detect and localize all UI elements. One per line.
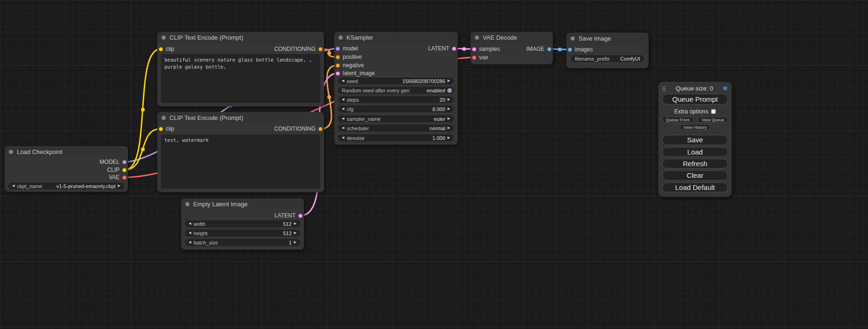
widget-value: 512 xyxy=(283,221,291,227)
settings-gear-icon[interactable]: ✱ xyxy=(723,85,728,91)
save-image-title-bar[interactable]: Save Image xyxy=(566,33,649,44)
clip-positive-title-bar[interactable]: CLIP Text Encode (Prompt) xyxy=(157,32,324,43)
width-widget[interactable]: ◀ width 512 ▶ xyxy=(185,220,300,227)
port-label: model xyxy=(343,45,358,52)
queue-front-view-queue-row: Queue Front View Queue xyxy=(662,117,728,123)
seed-widget[interactable]: ◀ seed 156680208700286 ▶ xyxy=(338,77,454,84)
arrow-right-icon[interactable]: ▶ xyxy=(118,184,120,188)
node-collapse-dot-icon[interactable] xyxy=(339,35,343,40)
clip-input-port[interactable] xyxy=(159,127,163,131)
clip-input-port[interactable] xyxy=(159,47,163,51)
load-checkpoint-title-bar[interactable]: Load Checkpoint xyxy=(5,146,128,157)
node-collapse-dot-icon[interactable] xyxy=(571,36,575,41)
input-row-samples: samples xyxy=(472,45,500,53)
ckpt-name-widget[interactable]: ◀ ckpt_name v1-5-pruned-emaonly.ckpt ▶ xyxy=(8,182,124,189)
extra-options-checkbox[interactable] xyxy=(711,109,716,114)
clip-output-port[interactable] xyxy=(122,168,127,172)
graph-canvas[interactable]: Load Checkpoint MODEL CLIP VAE ◀ ckpt_na… xyxy=(0,0,868,329)
image-output-port[interactable] xyxy=(547,47,551,51)
arrow-left-icon[interactable]: ◀ xyxy=(342,79,344,83)
negative-prompt-textarea[interactable]: text, watermark xyxy=(161,134,320,189)
load-button[interactable]: Load xyxy=(662,147,728,157)
images-input-port[interactable] xyxy=(568,48,572,52)
height-widget[interactable]: ◀ height 512 ▶ xyxy=(185,230,300,237)
latent-output-port[interactable] xyxy=(452,47,456,51)
queue-size-label: Queue size: 0 xyxy=(676,85,713,92)
node-collapse-dot-icon[interactable] xyxy=(9,150,13,154)
samples-input-port[interactable] xyxy=(472,47,476,51)
arrow-right-icon[interactable]: ▶ xyxy=(448,117,450,120)
widget-label: ckpt_name xyxy=(17,183,54,189)
model-input-port[interactable] xyxy=(336,47,340,51)
arrow-right-icon[interactable]: ▶ xyxy=(294,241,296,244)
model-output-port[interactable] xyxy=(122,160,127,164)
node-collapse-dot-icon[interactable] xyxy=(162,116,166,120)
widget-label: steps xyxy=(346,97,437,103)
steps-widget[interactable]: ◀ steps 20 ▶ xyxy=(338,96,454,103)
conditioning-output-port[interactable] xyxy=(318,47,323,51)
drag-handle-icon[interactable] xyxy=(662,86,666,91)
arrow-right-icon[interactable]: ▶ xyxy=(448,98,450,101)
random-seed-toggle-widget[interactable]: Random seed after every gen enabled xyxy=(338,87,454,94)
input-row-model: model xyxy=(336,45,358,52)
load-default-button[interactable]: Load Default xyxy=(662,182,728,192)
empty-latent-title-bar[interactable]: Empty Latent Image xyxy=(181,198,304,210)
arrow-right-icon[interactable]: ▶ xyxy=(448,79,450,83)
arrow-right-icon[interactable]: ▶ xyxy=(294,222,296,225)
queue-front-button[interactable]: Queue Front xyxy=(662,117,693,123)
negative-input-port[interactable] xyxy=(336,63,340,68)
node-title: Save Image xyxy=(579,35,611,42)
batch-size-widget[interactable]: ◀ batch_size 1 ▶ xyxy=(185,239,300,246)
clear-button[interactable]: Clear xyxy=(662,170,728,180)
ksampler-title-bar[interactable]: KSampler xyxy=(334,32,458,43)
arrow-left-icon[interactable]: ◀ xyxy=(342,98,344,101)
view-history-button[interactable]: View History xyxy=(680,124,711,130)
arrow-left-icon[interactable]: ◀ xyxy=(189,241,191,244)
queue-prompt-button[interactable]: Queue Prompt xyxy=(662,94,728,104)
view-queue-button[interactable]: View Queue xyxy=(698,117,728,123)
vae-decode-title-bar[interactable]: VAE Decode xyxy=(471,32,553,43)
queue-panel: Queue size: 0 ✱ Queue Prompt Extra optio… xyxy=(658,82,732,197)
conditioning-output-port[interactable] xyxy=(318,127,323,131)
scheduler-widget[interactable]: ◀ scheduler normal ▶ xyxy=(338,125,454,132)
clip-negative-title-bar[interactable]: CLIP Text Encode (Prompt) xyxy=(157,112,324,123)
save-button[interactable]: Save xyxy=(662,135,728,145)
refresh-button[interactable]: Refresh xyxy=(662,159,728,168)
arrow-right-icon[interactable]: ▶ xyxy=(448,107,450,111)
arrow-right-icon[interactable]: ▶ xyxy=(448,126,450,130)
node-collapse-dot-icon[interactable] xyxy=(185,202,190,206)
node-title: KSampler xyxy=(346,34,373,41)
arrow-left-icon[interactable]: ◀ xyxy=(12,184,14,188)
filename-prefix-widget[interactable]: filename_prefix ComfyUI xyxy=(571,55,644,62)
latent-image-input-port[interactable] xyxy=(336,71,340,76)
wire-midpoint-dot xyxy=(141,147,145,151)
vae-output-port[interactable] xyxy=(122,175,127,180)
arrow-left-icon[interactable]: ◀ xyxy=(342,107,344,111)
node-collapse-dot-icon[interactable] xyxy=(475,35,479,40)
arrow-left-icon[interactable]: ◀ xyxy=(342,117,344,120)
denoise-widget[interactable]: ◀ denoise 1.000 ▶ xyxy=(338,134,454,141)
port-label: images xyxy=(575,46,593,53)
arrow-right-icon[interactable]: ▶ xyxy=(294,231,296,235)
arrow-right-icon[interactable]: ▶ xyxy=(448,136,450,140)
output-row-latent: LATENT xyxy=(275,212,303,219)
port-label: LATENT xyxy=(428,45,449,52)
toggle-knob-icon[interactable] xyxy=(447,88,452,93)
node-title: Load Checkpoint xyxy=(17,148,63,155)
vae-input-port[interactable] xyxy=(472,56,476,60)
positive-prompt-textarea[interactable]: beautiful scenery nature glass bottle la… xyxy=(161,54,320,103)
latent-output-port[interactable] xyxy=(298,214,303,218)
arrow-left-icon[interactable]: ◀ xyxy=(189,222,191,225)
arrow-left-icon[interactable]: ◀ xyxy=(342,136,344,140)
positive-input-port[interactable] xyxy=(336,55,340,59)
sampler-name-widget[interactable]: ◀ sampler_name euler ▶ xyxy=(338,115,454,122)
view-history-row: View History xyxy=(662,124,728,130)
cfg-widget[interactable]: ◀ cfg 8.000 ▶ xyxy=(338,105,454,112)
widget-label: batch_size xyxy=(193,240,286,245)
node-collapse-dot-icon[interactable] xyxy=(162,35,166,40)
arrow-left-icon[interactable]: ◀ xyxy=(189,231,191,235)
port-label: clip xyxy=(166,46,174,52)
port-label: VAE xyxy=(109,174,120,181)
widget-value: 1.000 xyxy=(432,135,445,141)
arrow-left-icon[interactable]: ◀ xyxy=(342,126,344,130)
